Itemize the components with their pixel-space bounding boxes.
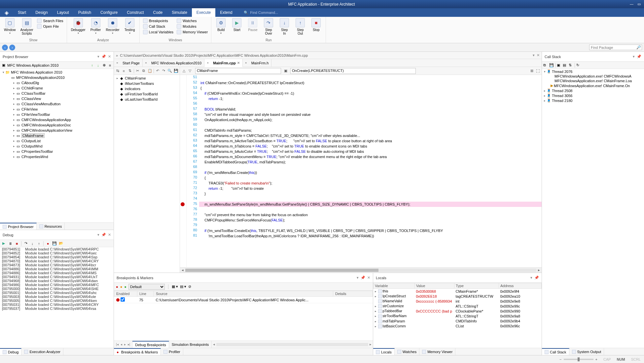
- tree-item[interactable]: ◆uiLastUserToolBarId: [114, 97, 180, 102]
- bp-row[interactable]: 75C:\Users\user\Documents\Visual Studio …: [114, 297, 373, 303]
- goto-icon[interactable]: ▣: [283, 68, 288, 74]
- class-selector[interactable]: CMainFrame: [195, 68, 281, 74]
- tree-item[interactable]: ▸▭CClassToolBar: [0, 91, 114, 96]
- scroll-left-icon[interactable]: ◂: [212, 342, 216, 346]
- step-over-icon[interactable]: ↷: [23, 241, 28, 246]
- tab-profiler[interactable]: Profiler: [161, 348, 183, 355]
- ribbon-tab-code[interactable]: Code: [148, 8, 167, 17]
- pin-icon[interactable]: 📌: [101, 54, 106, 59]
- col-source[interactable]: Source: [154, 291, 333, 297]
- local-variables-button[interactable]: Local Variables: [142, 29, 175, 35]
- tree-item[interactable]: ▸▭CClassViewMenuButton: [0, 101, 114, 107]
- local-row[interactable]: ▸strCustomizeATL::CStringT0x0092e99c: [374, 304, 542, 309]
- find-command[interactable]: 🔍 Find Command...: [244, 8, 278, 17]
- down-icon[interactable]: ↓: [96, 63, 100, 68]
- split-icon[interactable]: ⊞: [529, 68, 534, 74]
- nav-up-icon[interactable]: △: [181, 68, 187, 74]
- log-row[interactable]: [00794851]Module loaded C:\Windows\SysWO…: [0, 247, 114, 251]
- tab-watches[interactable]: Watches: [395, 348, 419, 355]
- tab-simulation-breakpoints[interactable]: Simulation Breakpoints: [169, 341, 212, 348]
- tree-item[interactable]: ▸◆CMainFrame: [114, 76, 180, 81]
- log-row[interactable]: [00794870]Module loaded C:\Windows\SysWO…: [0, 259, 114, 263]
- bp-next-icon[interactable]: ▸: [124, 343, 126, 346]
- tree-item[interactable]: ▾📁MFC Windows Application 2010: [0, 70, 114, 75]
- step-over-button[interactable]: ↷Step Over: [261, 17, 276, 36]
- analyzer-scripts-button[interactable]: ▤Analyzer Scripts: [18, 17, 35, 36]
- app-logo-icon[interactable]: ◈: [0, 8, 13, 17]
- doc-tab[interactable]: ▫Start Page: [114, 59, 143, 67]
- pin-icon[interactable]: 📌: [361, 276, 365, 280]
- undo-icon[interactable]: ↶: [155, 68, 160, 74]
- zoom-slider[interactable]: [564, 359, 593, 360]
- breadcrumb-icon[interactable]: ▣: [1, 63, 6, 68]
- tree-item[interactable]: ▸▭CClassView: [0, 96, 114, 101]
- tab-resources[interactable]: Resources: [37, 223, 65, 230]
- nav-down-icon[interactable]: ▽: [187, 68, 193, 74]
- pin-icon[interactable]: 📌: [101, 233, 106, 237]
- tree-item[interactable]: ▸▭COutputList: [0, 138, 114, 144]
- close-icon[interactable]: ✕: [537, 53, 540, 57]
- sync-icon[interactable]: ⇆: [115, 68, 120, 74]
- stop-icon[interactable]: ■: [15, 241, 19, 246]
- save-icon[interactable]: 💾: [174, 68, 179, 74]
- breakpoints-table[interactable]: Enabled Line Source Details 75C:\Users\u…: [114, 291, 373, 341]
- log-row[interactable]: [00794886]Module loaded C:\Windows\SysWO…: [0, 271, 114, 275]
- cut-icon[interactable]: ✂: [135, 68, 140, 74]
- ribbon-tab-extend[interactable]: Extend: [215, 8, 237, 17]
- debugger-button[interactable]: 🐞Debugger▾: [69, 17, 88, 35]
- col-variable[interactable]: Variable: [374, 283, 415, 289]
- scroll-right-icon[interactable]: ▸: [536, 268, 542, 272]
- scroll-left-icon[interactable]: ◂: [180, 268, 185, 272]
- close-icon[interactable]: ✕: [108, 54, 111, 59]
- recorder-button[interactable]: ⏺Recorder▾: [104, 17, 122, 35]
- col-details[interactable]: Details: [333, 291, 373, 297]
- tab-locals[interactable]: Locals: [373, 348, 395, 355]
- zoom-in-icon[interactable]: +: [595, 357, 597, 361]
- tree-item[interactable]: ▸▭CAboutDlg: [0, 80, 114, 85]
- tree-item[interactable]: ▭MFCWindowsApplication2010: [0, 75, 114, 80]
- cs-tool1-icon[interactable]: ▣: [557, 63, 561, 68]
- thread-row[interactable]: ▸🧵Thread 2508: [542, 88, 644, 93]
- menu-icon[interactable]: ≡: [108, 63, 112, 68]
- step-in-button[interactable]: ↓Step In: [277, 17, 292, 36]
- nav-back-button[interactable]: ‹: [2, 45, 8, 50]
- code-hscroll[interactable]: ◂ ▸: [180, 267, 542, 273]
- maximize-icon[interactable]: ▭: [637, 2, 641, 6]
- tab-system-output[interactable]: System Output: [569, 348, 604, 355]
- window-button[interactable]: ▢Window▾: [2, 17, 18, 35]
- local-row[interactable]: ▸lpCreateStruct0x0092EE18tagCREATESTRUCT…: [374, 294, 542, 299]
- locals-table[interactable]: Variable Value Type Address ▸this0x03500…: [373, 283, 542, 348]
- tree-item[interactable]: ◆uiFirstUserToolBarId: [114, 91, 180, 97]
- bp-filter-select[interactable]: Default: [128, 284, 165, 290]
- zoom-out-icon[interactable]: −: [559, 357, 561, 361]
- tree-item[interactable]: ▸▭CMFCWindowsApplicationApp: [0, 117, 114, 122]
- frame-row[interactable]: MFCWindowsApplication.exe! CMFCWindowsA: [542, 74, 644, 79]
- breadcrumb-root[interactable]: MFC Windows Application 2010: [7, 63, 58, 67]
- tree-item[interactable]: ▸▭CMFCWindowsApplicationView: [0, 128, 114, 133]
- dropdown-icon[interactable]: ▾: [97, 233, 99, 237]
- dropdown-icon[interactable]: ▾: [633, 54, 635, 59]
- log-row[interactable]: [00794986]Module loaded C:\Windows\SysWO…: [0, 283, 114, 287]
- bp-enabled-checkbox[interactable]: [121, 297, 125, 302]
- memory-viewer-button[interactable]: Memory Viewer: [175, 29, 209, 35]
- col-enabled[interactable]: Enabled: [114, 291, 137, 297]
- cs-tool3-icon[interactable]: ⇅: [569, 63, 573, 68]
- bp-view1-icon[interactable]: ▦ ▾: [172, 284, 178, 289]
- redo-icon[interactable]: ↷: [161, 68, 166, 74]
- close-icon[interactable]: ✕: [367, 276, 370, 280]
- sort-icon[interactable]: ⇅: [127, 68, 132, 74]
- log-row[interactable]: [00795031]Module loaded C:\Windows\SysWO…: [0, 303, 114, 307]
- call-stack-button[interactable]: Call Stack: [142, 24, 175, 29]
- find-icon[interactable]: 🔍: [167, 68, 172, 74]
- pin-icon[interactable]: 📌: [534, 276, 539, 280]
- dropdown-icon[interactable]: ▾: [533, 53, 535, 57]
- log-row[interactable]: [00795001]Module loaded C:\Windows\SysWO…: [0, 291, 114, 295]
- log-row[interactable]: [00794854]Module loaded C:\Windows\SysWO…: [0, 255, 114, 259]
- debug-log[interactable]: [00794851]Module loaded C:\Windows\SysWO…: [0, 247, 114, 348]
- callstack-tree[interactable]: ▾🧵Thread 2076MFCWindowsApplication.exe! …: [542, 69, 644, 348]
- cs-save-icon[interactable]: 💾: [549, 63, 554, 68]
- bp-enable-icon[interactable]: ●: [124, 285, 126, 289]
- tab-call-stack[interactable]: Call Stack: [542, 348, 569, 355]
- log-row[interactable]: [00795005]Module loaded C:\Windows\SysWO…: [0, 299, 114, 303]
- tree-item[interactable]: ▸▭CPropertiesToolBar: [0, 149, 114, 154]
